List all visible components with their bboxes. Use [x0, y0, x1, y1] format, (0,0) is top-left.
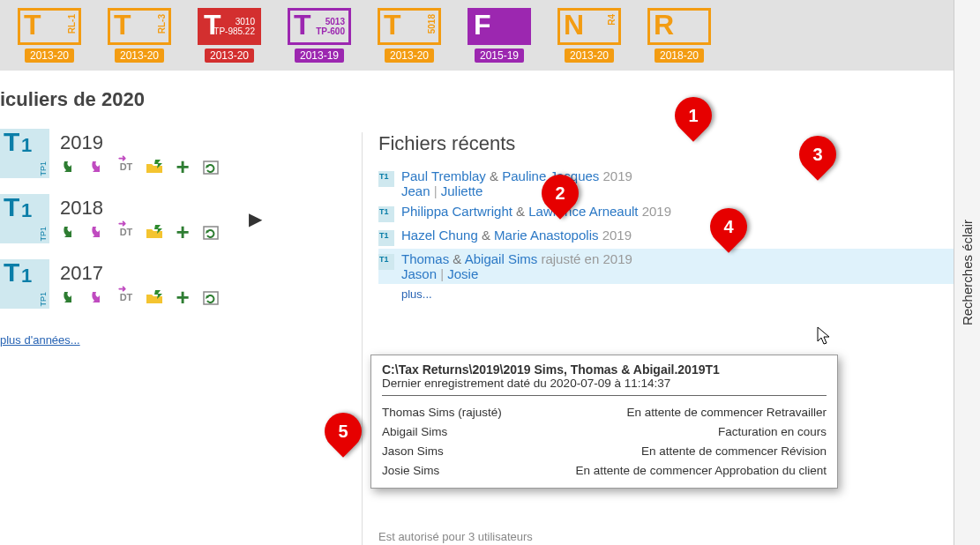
form-tile-code: 5018	[427, 14, 437, 34]
form-tile[interactable]: T RL-3 2013-20	[108, 8, 171, 63]
import-icon[interactable]	[88, 158, 108, 175]
form-tile[interactable]: N R4 2013-20	[557, 8, 621, 63]
form-tile-year: 2013-20	[25, 49, 74, 63]
year-label: 2017	[60, 262, 221, 285]
taxpayer-name[interactable]: Abigail Sims	[465, 251, 538, 266]
calendar-refresh-icon[interactable]	[201, 223, 221, 241]
form-tile-year: 2013-20	[565, 49, 614, 63]
form-tile-code: RL-1	[67, 14, 77, 34]
form-tile-icon[interactable]: F	[468, 8, 531, 45]
cursor-icon	[817, 326, 833, 346]
file-year: 2019	[642, 204, 671, 219]
recent-more-link[interactable]: plus...	[401, 287, 432, 301]
calendar-refresh-icon[interactable]	[201, 288, 221, 306]
form-tile-icon[interactable]: T 5018	[378, 8, 441, 45]
form-tile-letter: T	[24, 9, 41, 41]
tooltip-status: En attente de commencer Retravailler	[626, 403, 827, 422]
year-row: T1TP1 2019 DT➜ +	[0, 129, 362, 178]
carry-forward-icon[interactable]	[60, 288, 79, 306]
right-sidebar-tab[interactable]: Recherches éclair	[954, 0, 980, 545]
plus-icon[interactable]: +	[173, 288, 192, 306]
right-sidebar-label[interactable]: Recherches éclair	[960, 220, 975, 325]
taxpayer-name[interactable]: Hazel Chung	[401, 228, 478, 243]
form-tile-year: 2013-20	[205, 49, 254, 63]
taxpayer-name[interactable]: Lawrence Arneault	[528, 204, 638, 219]
open-folder-icon[interactable]	[145, 223, 164, 241]
tooltip-name: Jason Sims	[382, 442, 444, 461]
dt-import-icon[interactable]: DT➜	[116, 158, 136, 175]
tooltip-path: C:\Tax Returns\2019\2019 Sims, Thomas & …	[382, 362, 827, 377]
year-label: 2018	[60, 197, 221, 220]
tooltip-status: En attente de commencer Approbation du c…	[576, 461, 827, 481]
form-tile-letter: T	[114, 9, 131, 41]
form-tile-icon[interactable]: T 5013TP-600	[288, 8, 351, 45]
dt-import-icon[interactable]: DT➜	[116, 223, 136, 241]
recent-file-item[interactable]: Paul Tremblay & Pauline Jacques 2019Jean…	[378, 166, 980, 201]
taxpayer-name[interactable]: Thomas	[401, 251, 449, 266]
taxpayer-name[interactable]: Marie Anastopolis	[494, 228, 598, 243]
form-tile[interactable]: T RL-1 2013-20	[18, 8, 81, 63]
form-tile-code: R4	[607, 14, 617, 26]
year-row: T1TP1 2018 DT➜ + ▶	[0, 194, 362, 243]
form-tile-letter: T	[384, 9, 401, 41]
tooltip-name: Abigail Sims	[382, 422, 447, 442]
form-tile[interactable]: T 3010TP-985.22 2013-20	[198, 8, 261, 63]
forms-ribbon: T RL-1 2013-20 T RL-3 2013-20 T 3010TP-9…	[0, 0, 980, 71]
taxpayer-name[interactable]: Paul Tremblay	[401, 168, 486, 183]
tooltip-status: Facturation en cours	[718, 422, 827, 442]
t1-file-icon	[378, 254, 394, 270]
import-icon[interactable]	[88, 223, 108, 241]
import-icon[interactable]	[88, 288, 108, 306]
form-tile-icon[interactable]: T 3010TP-985.22	[198, 8, 261, 45]
form-tile[interactable]: F 2015-19	[468, 8, 531, 63]
form-tile-letter: N	[564, 9, 584, 41]
t1-tile[interactable]: T1TP1	[0, 129, 49, 178]
more-years-link[interactable]: plus d'années...	[0, 333, 80, 347]
file-year: rajusté en 2019	[541, 251, 632, 266]
form-tile[interactable]: R 2018-20	[647, 8, 711, 63]
dependant-name[interactable]: Juliette	[441, 183, 483, 198]
form-tile-icon[interactable]: N R4	[557, 8, 621, 45]
form-tile-letter: T	[294, 9, 311, 41]
plus-icon[interactable]: +	[173, 158, 192, 175]
t1-tile[interactable]: T1TP1	[0, 259, 49, 309]
form-tile-year: 2013-20	[385, 49, 434, 63]
recent-file-item[interactable]: Hazel Chung & Marie Anastopolis 2019	[378, 225, 980, 249]
form-tile-letter: T	[204, 9, 221, 41]
form-tile-code: 5013TP-600	[316, 17, 345, 36]
tooltip-name: Josie Sims	[382, 461, 439, 481]
form-tile-letter: F	[474, 9, 491, 41]
t1-tile[interactable]: T1TP1	[0, 194, 49, 243]
page-title: iculiers de 2020	[0, 88, 362, 111]
open-folder-icon[interactable]	[145, 158, 164, 175]
carry-forward-icon[interactable]	[60, 223, 79, 241]
form-tile-icon[interactable]: T RL-1	[18, 8, 81, 45]
dependant-name[interactable]: Jean	[401, 183, 430, 198]
file-year: 2019	[602, 228, 632, 243]
dependant-name[interactable]: Josie	[447, 266, 478, 281]
plus-icon[interactable]: +	[173, 223, 192, 241]
open-folder-icon[interactable]	[145, 288, 164, 306]
form-tile-icon[interactable]: R	[647, 8, 711, 45]
form-tile-letter: R	[654, 9, 674, 41]
year-label: 2019	[60, 131, 221, 154]
tooltip-row: Thomas Sims (rajusté)En attente de comme…	[382, 403, 827, 422]
tooltip-name: Thomas Sims (rajusté)	[382, 403, 502, 422]
chevron-right-icon[interactable]: ▶	[249, 208, 262, 229]
form-tile-year: 2018-20	[655, 49, 704, 63]
recent-file-item[interactable]: Thomas & Abigail Sims rajusté en 2019Jas…	[378, 249, 980, 284]
form-tile-icon[interactable]: T RL-3	[108, 8, 171, 45]
form-tile[interactable]: T 5013TP-600 2013-19	[288, 8, 351, 63]
taxpayer-name[interactable]: Philippa Cartwright	[401, 204, 512, 219]
dt-import-icon[interactable]: DT➜	[116, 288, 136, 306]
form-tile-year: 2013-20	[115, 49, 164, 63]
dependant-name[interactable]: Jason	[401, 266, 437, 281]
t1-file-icon	[378, 206, 394, 222]
file-tooltip: C:\Tax Returns\2019\2019 Sims, Thomas & …	[370, 355, 838, 489]
t1-file-icon	[378, 230, 394, 246]
recent-file-item[interactable]: Philippa Cartwright & Lawrence Arneault …	[378, 201, 980, 225]
t1-file-icon	[378, 171, 394, 187]
carry-forward-icon[interactable]	[60, 158, 79, 175]
calendar-refresh-icon[interactable]	[201, 158, 221, 175]
form-tile[interactable]: T 5018 2013-20	[378, 8, 441, 63]
